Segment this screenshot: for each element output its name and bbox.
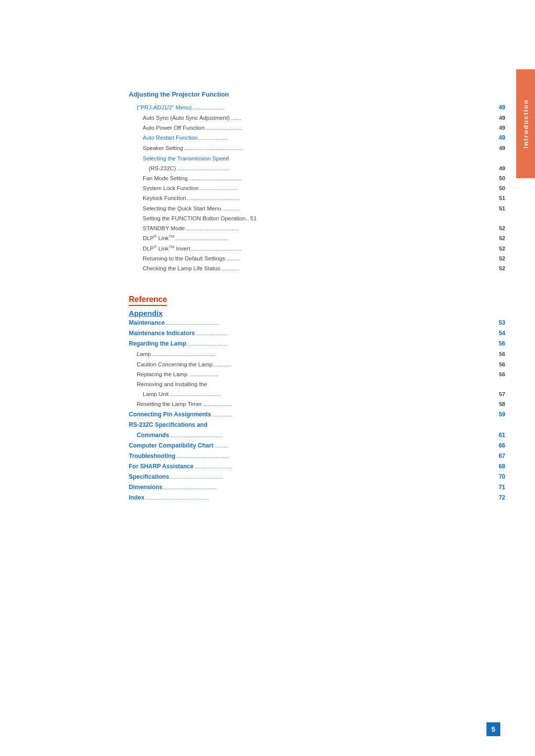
- toc-item-lamp: Lamp ...................................…: [129, 349, 505, 359]
- toc-item-prj-menu: ("PRJ-ADJ1/2" Menu) ....................…: [129, 102, 505, 113]
- toc-item-maintenance: Maintenance ............................…: [129, 318, 505, 328]
- toc-item-lamp-unit: Lamp Unit ..............................…: [129, 389, 505, 399]
- toc-item-rs232c: (RS-232C) ..............................…: [129, 163, 505, 173]
- toc-item-transmission-speed: Selecting the Transmission Speed: [129, 153, 505, 163]
- toc-item-specifications: Specifications .........................…: [129, 472, 505, 482]
- adjusting-section-header: Adjusting the Projector Function: [129, 89, 505, 102]
- toc-item-lamp-caution: Caution Concerning the Lamp ............…: [129, 359, 505, 369]
- toc-item-keylock: Keylock Function .......................…: [129, 193, 505, 203]
- toc-item-sharp-assistance: For SHARP Assistance ...................…: [129, 461, 505, 472]
- toc-item-default-settings: Returning to the Default Settings ......…: [129, 253, 505, 263]
- main-content: Adjusting the Projector Function ("PRJ-A…: [0, 0, 535, 756]
- appendix-section: Appendix: [129, 309, 505, 318]
- toc-item-index: Index ..................................…: [129, 493, 505, 503]
- toc-item-dimensions: Dimensions .............................…: [129, 482, 505, 493]
- toc-item-auto-restart: Auto Restart Function ..................…: [129, 133, 505, 143]
- toc-item-lamp-life-status: Checking the Lamp Life Status ..........…: [129, 263, 505, 273]
- toc-item-troubleshooting: Troubleshooting ........................…: [129, 451, 505, 461]
- toc-item-pin-assignments: Connecting Pin Assignments .............…: [129, 409, 505, 420]
- toc-item-function-button: Setting the FUNCTION Button Operation.. …: [129, 213, 505, 223]
- toc-item-commands: Commands ...............................…: [129, 430, 505, 441]
- sidebar-introduction-tab: Introduction: [516, 69, 535, 178]
- toc-item-dlp-link: DLP® LinkTM ............................…: [129, 233, 505, 243]
- toc-item-rs232c-specs: RS-232C Specifications and: [129, 420, 505, 430]
- toc-item-standby-mode: STANDBY Mode ...........................…: [129, 223, 505, 233]
- reference-section: Reference: [129, 284, 505, 307]
- toc-item-maintenance-indicators: Maintenance Indicators .................…: [129, 328, 505, 339]
- toc-item-removing-installing: Removing and Installing the: [129, 379, 505, 389]
- toc-item-speaker-setting: Speaker Setting ........................…: [129, 143, 505, 153]
- page-container: Adjusting the Projector Function ("PRJ-A…: [0, 0, 535, 756]
- toc-area: Adjusting the Projector Function ("PRJ-A…: [129, 89, 505, 503]
- toc-item-fan-mode: Fan Mode Setting .......................…: [129, 173, 505, 183]
- toc-item-quick-start: Selecting the Quick Start Menu .........…: [129, 203, 505, 213]
- toc-item-auto-sync: Auto Sync (Auto Sync Adjustment) .......…: [129, 113, 505, 123]
- toc-item-system-lock: System Lock Function ...................…: [129, 183, 505, 193]
- toc-item-dlp-link-invert: DLP® LinkTM Invert .....................…: [129, 244, 505, 253]
- toc-item-lamp-timer: Resetting the Lamp Timer ...............…: [129, 399, 505, 409]
- toc-item-compat-chart: Computer Compatibility Chart ......... 6…: [129, 441, 505, 451]
- sidebar-tab-label: Introduction: [522, 99, 530, 149]
- page-number: 5: [486, 722, 500, 736]
- toc-item-regarding-lamp: Regarding the Lamp .....................…: [129, 339, 505, 349]
- toc-item-replacing-lamp: Replacing the Lamp .................... …: [129, 369, 505, 379]
- toc-item-auto-power-off: Auto Power Off Function ................…: [129, 123, 505, 133]
